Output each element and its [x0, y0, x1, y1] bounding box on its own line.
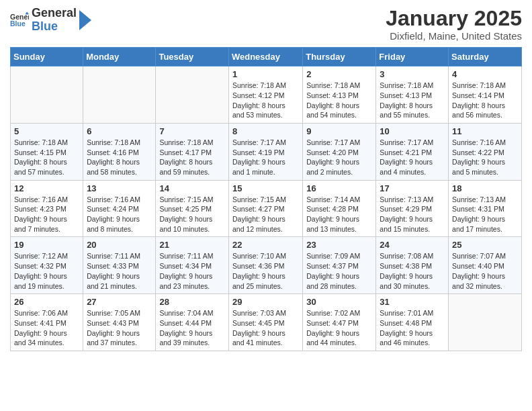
title-block: January 2025 Dixfield, Maine, United Sta… [386, 7, 522, 42]
day-number: 3 [380, 69, 445, 79]
day-info: Sunrise: 7:16 AMSunset: 4:24 PMDaylight:… [87, 195, 152, 234]
day-number: 16 [306, 183, 372, 193]
day-number: 18 [452, 183, 518, 193]
table-row [11, 66, 83, 124]
table-row: 1Sunrise: 7:18 AMSunset: 4:12 PMDaylight… [228, 66, 302, 124]
day-number: 12 [14, 183, 79, 193]
day-number: 27 [87, 297, 152, 307]
col-saturday: Saturday [449, 48, 522, 66]
table-row: 3Sunrise: 7:18 AMSunset: 4:13 PMDaylight… [376, 66, 449, 124]
table-row: 30Sunrise: 7:02 AMSunset: 4:47 PMDayligh… [303, 294, 376, 351]
col-thursday: Thursday [303, 48, 376, 66]
day-number: 14 [159, 183, 225, 193]
col-friday: Friday [376, 48, 449, 66]
day-number: 10 [380, 126, 445, 136]
day-number: 26 [14, 297, 79, 307]
table-row: 2Sunrise: 7:18 AMSunset: 4:13 PMDaylight… [303, 66, 376, 124]
col-wednesday: Wednesday [228, 48, 302, 66]
table-row: 12Sunrise: 7:16 AMSunset: 4:23 PMDayligh… [11, 180, 83, 237]
day-info: Sunrise: 7:14 AMSunset: 4:28 PMDaylight:… [306, 195, 372, 234]
day-number: 5 [14, 126, 79, 136]
day-number: 22 [232, 240, 299, 250]
table-row: 27Sunrise: 7:05 AMSunset: 4:43 PMDayligh… [83, 294, 156, 351]
day-number: 20 [87, 240, 152, 250]
day-info: Sunrise: 7:15 AMSunset: 4:27 PMDaylight:… [232, 195, 299, 234]
page-container: General Blue General Blue January 2025 D… [0, 0, 532, 358]
month-title: January 2025 [386, 7, 522, 30]
col-sunday: Sunday [11, 48, 83, 66]
day-number: 28 [159, 297, 225, 307]
logo-icon: General Blue [10, 11, 29, 30]
day-info: Sunrise: 7:16 AMSunset: 4:23 PMDaylight:… [14, 195, 79, 234]
table-row: 16Sunrise: 7:14 AMSunset: 4:28 PMDayligh… [303, 180, 376, 237]
table-row: 17Sunrise: 7:13 AMSunset: 4:29 PMDayligh… [376, 180, 449, 237]
table-row: 28Sunrise: 7:04 AMSunset: 4:44 PMDayligh… [156, 294, 229, 351]
day-info: Sunrise: 7:17 AMSunset: 4:20 PMDaylight:… [306, 138, 372, 177]
calendar-header-row: Sunday Monday Tuesday Wednesday Thursday… [11, 48, 522, 66]
day-number: 29 [232, 297, 299, 307]
day-info: Sunrise: 7:13 AMSunset: 4:29 PMDaylight:… [380, 195, 445, 234]
day-number: 9 [306, 126, 372, 136]
table-row: 29Sunrise: 7:03 AMSunset: 4:45 PMDayligh… [228, 294, 302, 351]
table-row: 13Sunrise: 7:16 AMSunset: 4:24 PMDayligh… [83, 180, 156, 237]
table-row: 4Sunrise: 7:18 AMSunset: 4:14 PMDaylight… [449, 66, 522, 124]
svg-text:Blue: Blue [10, 19, 26, 28]
logo-arrow-icon [79, 10, 91, 30]
table-row: 8Sunrise: 7:17 AMSunset: 4:19 PMDaylight… [228, 123, 302, 180]
day-info: Sunrise: 7:08 AMSunset: 4:38 PMDaylight:… [380, 251, 445, 291]
day-info: Sunrise: 7:18 AMSunset: 4:13 PMDaylight:… [306, 81, 372, 120]
logo: General Blue General Blue [10, 7, 91, 34]
day-number: 2 [306, 69, 372, 79]
table-row: 14Sunrise: 7:15 AMSunset: 4:25 PMDayligh… [156, 180, 229, 237]
day-info: Sunrise: 7:18 AMSunset: 4:12 PMDaylight:… [232, 81, 299, 120]
day-info: Sunrise: 7:05 AMSunset: 4:43 PMDaylight:… [87, 308, 152, 348]
day-number: 19 [14, 240, 79, 250]
day-info: Sunrise: 7:12 AMSunset: 4:32 PMDaylight:… [14, 251, 79, 291]
table-row: 15Sunrise: 7:15 AMSunset: 4:27 PMDayligh… [228, 180, 302, 237]
table-row: 24Sunrise: 7:08 AMSunset: 4:38 PMDayligh… [376, 237, 449, 294]
table-row: 20Sunrise: 7:11 AMSunset: 4:33 PMDayligh… [83, 237, 156, 294]
calendar-week-row: 26Sunrise: 7:06 AMSunset: 4:41 PMDayligh… [11, 294, 522, 351]
day-info: Sunrise: 7:16 AMSunset: 4:22 PMDaylight:… [452, 138, 518, 177]
day-info: Sunrise: 7:01 AMSunset: 4:48 PMDaylight:… [380, 308, 445, 348]
table-row: 22Sunrise: 7:10 AMSunset: 4:36 PMDayligh… [228, 237, 302, 294]
table-row: 26Sunrise: 7:06 AMSunset: 4:41 PMDayligh… [11, 294, 83, 351]
table-row: 31Sunrise: 7:01 AMSunset: 4:48 PMDayligh… [376, 294, 449, 351]
table-row: 18Sunrise: 7:13 AMSunset: 4:31 PMDayligh… [449, 180, 522, 237]
calendar-week-row: 19Sunrise: 7:12 AMSunset: 4:32 PMDayligh… [11, 237, 522, 294]
day-info: Sunrise: 7:18 AMSunset: 4:14 PMDaylight:… [452, 81, 518, 120]
day-number: 30 [306, 297, 372, 307]
day-number: 8 [232, 126, 299, 136]
table-row [156, 66, 229, 124]
col-monday: Monday [83, 48, 156, 66]
table-row: 21Sunrise: 7:11 AMSunset: 4:34 PMDayligh… [156, 237, 229, 294]
day-number: 21 [159, 240, 225, 250]
svg-marker-3 [79, 10, 91, 30]
day-info: Sunrise: 7:04 AMSunset: 4:44 PMDaylight:… [159, 308, 225, 348]
day-info: Sunrise: 7:18 AMSunset: 4:15 PMDaylight:… [14, 138, 79, 177]
day-number: 11 [452, 126, 518, 136]
day-number: 24 [380, 240, 445, 250]
day-number: 15 [232, 183, 299, 193]
day-number: 7 [159, 126, 225, 136]
day-info: Sunrise: 7:10 AMSunset: 4:36 PMDaylight:… [232, 251, 299, 291]
day-number: 4 [452, 69, 518, 79]
day-info: Sunrise: 7:17 AMSunset: 4:21 PMDaylight:… [380, 138, 445, 177]
table-row: 10Sunrise: 7:17 AMSunset: 4:21 PMDayligh… [376, 123, 449, 180]
day-number: 31 [380, 297, 445, 307]
day-info: Sunrise: 7:09 AMSunset: 4:37 PMDaylight:… [306, 251, 372, 291]
day-number: 6 [87, 126, 152, 136]
table-row: 19Sunrise: 7:12 AMSunset: 4:32 PMDayligh… [11, 237, 83, 294]
calendar-table: Sunday Monday Tuesday Wednesday Thursday… [10, 47, 522, 351]
calendar-week-row: 5Sunrise: 7:18 AMSunset: 4:15 PMDaylight… [11, 123, 522, 180]
table-row: 9Sunrise: 7:17 AMSunset: 4:20 PMDaylight… [303, 123, 376, 180]
day-info: Sunrise: 7:02 AMSunset: 4:47 PMDaylight:… [306, 308, 372, 348]
day-info: Sunrise: 7:15 AMSunset: 4:25 PMDaylight:… [159, 195, 225, 234]
day-info: Sunrise: 7:11 AMSunset: 4:33 PMDaylight:… [87, 251, 152, 291]
table-row: 5Sunrise: 7:18 AMSunset: 4:15 PMDaylight… [11, 123, 83, 180]
day-number: 17 [380, 183, 445, 193]
table-row: 7Sunrise: 7:18 AMSunset: 4:17 PMDaylight… [156, 123, 229, 180]
table-row: 11Sunrise: 7:16 AMSunset: 4:22 PMDayligh… [449, 123, 522, 180]
day-info: Sunrise: 7:13 AMSunset: 4:31 PMDaylight:… [452, 195, 518, 234]
header: General Blue General Blue January 2025 D… [10, 7, 522, 42]
